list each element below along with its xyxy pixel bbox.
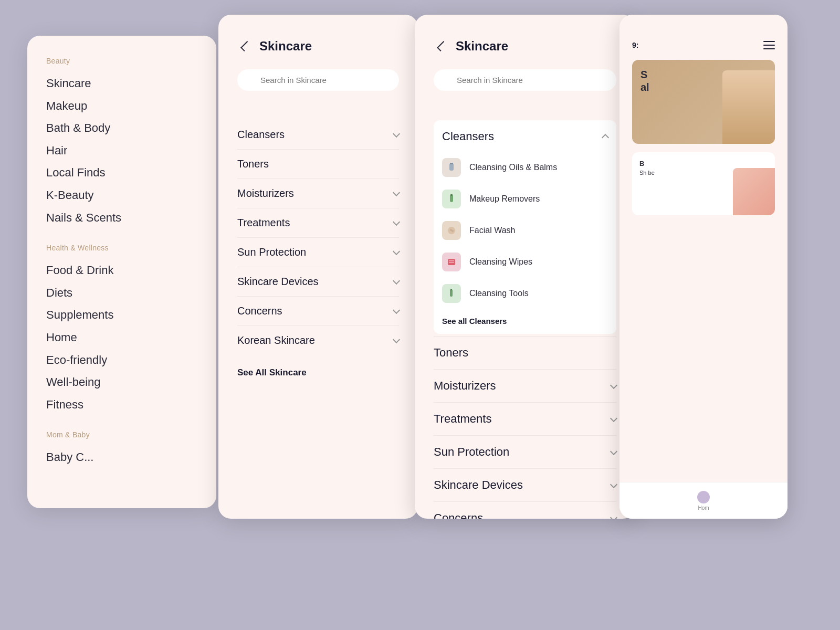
collapsed-treatments[interactable]: Treatments [434, 402, 616, 435]
search-wrapper: ⌕ [237, 69, 399, 106]
nav-item-makeup[interactable]: Makeup [46, 95, 197, 118]
cleansers-title: Cleansers [442, 130, 494, 143]
menu-item-concerns[interactable]: Concerns [237, 297, 399, 326]
svg-rect-2 [450, 195, 453, 202]
panel2-title: Skincare [259, 39, 312, 54]
collapsed-sun-protection[interactable]: Sun Protection [434, 435, 616, 468]
menu-item-label: Cleansers [237, 129, 285, 141]
beauty-section: Beauty Skincare Makeup Bath & Body Hair … [46, 57, 197, 229]
collapsed-skincare-devices[interactable]: Skincare Devices [434, 468, 616, 501]
health-section: Health & Wellness Food & Drink Diets Sup… [46, 244, 197, 416]
nav-item-hair[interactable]: Hair [46, 140, 197, 162]
sub-item-cleansing-wipes[interactable]: Cleansing Wipes [442, 246, 608, 278]
cleansers-header[interactable]: Cleansers [442, 120, 608, 152]
panel4-header: 9: [620, 15, 788, 60]
panel-navigation: Beauty Skincare Makeup Bath & Body Hair … [27, 36, 216, 508]
expanded-cleansers: Cleansers Cleansing Oils & Balms Makeup … [434, 120, 616, 334]
menu-item-korean[interactable]: Korean Skincare [237, 326, 399, 355]
menu-item-toners[interactable]: Toners [237, 150, 399, 179]
collapsed-moisturizers[interactable]: Moisturizers [434, 369, 616, 402]
hamburger-line [763, 48, 775, 49]
concerns-label: Concerns [434, 511, 483, 519]
menu-item-moisturizers[interactable]: Moisturizers [237, 179, 399, 208]
product-card[interactable]: B Sh be [632, 152, 775, 215]
menu-item-label: Sun Protection [237, 246, 306, 258]
toners-label: Toners [434, 346, 468, 360]
beauty-section-title: Beauty [46, 57, 197, 65]
sub-item-cleansing-oils[interactable]: Cleansing Oils & Balms [442, 152, 608, 183]
facial-wash-label: Facial Wash [469, 226, 515, 235]
chevron-down-icon [610, 513, 617, 519]
makeup-removers-label: Makeup Removers [469, 194, 540, 204]
menu-item-skincare-devices[interactable]: Skincare Devices [237, 267, 399, 297]
panel-skincare-expanded: Skincare ⌕ Cleansers Cleansing Oils & Ba… [415, 15, 635, 519]
cleansing-wipes-icon [442, 253, 461, 271]
cleansing-oils-label: Cleansing Oils & Balms [469, 163, 557, 172]
sub-item-facial-wash[interactable]: Facial Wash [442, 215, 608, 246]
chevron-down-icon [610, 414, 617, 422]
chevron-down-icon [393, 248, 400, 255]
sub-item-makeup-removers[interactable]: Makeup Removers [442, 183, 608, 215]
collapsed-concerns[interactable]: Concerns [434, 501, 616, 519]
menu-item-treatments[interactable]: Treatments [237, 208, 399, 238]
back-chevron-icon [437, 41, 447, 51]
nav-item-baby[interactable]: Baby C... [46, 446, 197, 469]
nav-item-wellbeing[interactable]: Well-being [46, 371, 197, 394]
back-chevron-icon [240, 41, 251, 51]
nav-item-skincare[interactable]: Skincare [46, 72, 197, 95]
cleansing-oils-icon [442, 158, 461, 177]
chevron-down-icon [393, 218, 400, 226]
see-all-skincare-link[interactable]: See All Skincare [237, 368, 399, 378]
search-input-3[interactable] [434, 69, 616, 91]
svg-rect-8 [449, 260, 454, 261]
nav-item-supplements[interactable]: Supplements [46, 304, 197, 327]
panel2-header: Skincare [237, 38, 399, 55]
moisturizers-label: Moisturizers [434, 379, 496, 393]
chevron-down-icon [610, 447, 617, 455]
nav-item-fitness[interactable]: Fitness [46, 394, 197, 416]
nav-home[interactable]: Hom [697, 491, 710, 511]
sun-protection-label: Sun Protection [434, 445, 509, 459]
panel-app-view: 9: S al B Sh be Hom [620, 15, 788, 519]
mom-section: Mom & Baby Baby C... [46, 430, 197, 469]
promo-line1: S [640, 68, 649, 81]
menu-item-sun-protection[interactable]: Sun Protection [237, 238, 399, 267]
panel3-title: Skincare [456, 39, 508, 54]
mom-section-title: Mom & Baby [46, 430, 197, 439]
svg-point-6 [452, 230, 454, 232]
search-wrapper-3: ⌕ [434, 69, 616, 106]
nav-item-kbeauty[interactable]: K-Beauty [46, 184, 197, 207]
svg-rect-3 [450, 194, 453, 196]
chevron-up-icon [602, 133, 609, 141]
promo-text: S al [640, 68, 649, 93]
chevron-down-icon [393, 307, 400, 314]
menu-item-label: Moisturizers [237, 187, 294, 200]
promo-line2: al [640, 81, 649, 93]
nav-item-home[interactable]: Home [46, 327, 197, 349]
nav-item-food[interactable]: Food & Drink [46, 259, 197, 282]
hamburger-line [763, 41, 775, 42]
search-input[interactable] [237, 69, 399, 91]
back-button-3[interactable] [434, 38, 450, 55]
sub-item-cleansing-tools[interactable]: Cleansing Tools [442, 278, 608, 309]
health-section-title: Health & Wellness [46, 244, 197, 252]
see-all-cleansers-link[interactable]: See all Cleansers [442, 309, 608, 334]
nav-item-local[interactable]: Local Finds [46, 162, 197, 184]
nav-item-nails[interactable]: Nails & Scents [46, 207, 197, 229]
svg-rect-1 [450, 163, 453, 164]
nav-item-bath[interactable]: Bath & Body [46, 117, 197, 140]
panel3-header: Skincare [434, 38, 616, 55]
makeup-removers-icon [442, 190, 461, 208]
menu-item-label: Toners [237, 158, 269, 170]
collapsed-toners[interactable]: Toners [434, 336, 616, 369]
hamburger-menu-button[interactable] [763, 41, 775, 49]
hamburger-line [763, 45, 775, 46]
nav-item-diets[interactable]: Diets [46, 282, 197, 304]
back-button[interactable] [237, 38, 254, 55]
promo-banner[interactable]: S al [632, 60, 775, 144]
nav-item-eco[interactable]: Eco-friendly [46, 349, 197, 372]
menu-item-label: Treatments [237, 217, 290, 229]
card-label: B [639, 160, 768, 167]
menu-item-label: Korean Skincare [237, 334, 315, 346]
menu-item-cleansers[interactable]: Cleansers [237, 120, 399, 150]
